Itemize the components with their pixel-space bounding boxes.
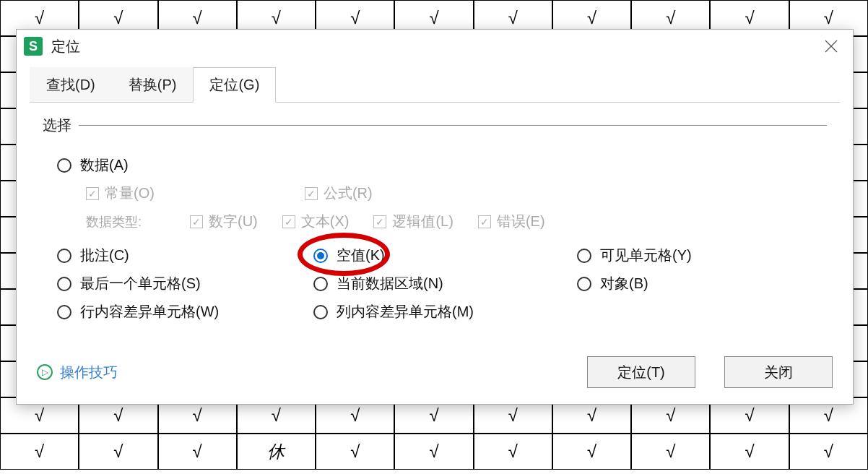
radio-curregion[interactable]: 当前数据区域(N) <box>313 274 577 293</box>
radio-blanks[interactable]: 空值(K) <box>313 246 577 265</box>
check-label: 数字(U) <box>209 212 258 231</box>
radio-lastcell[interactable]: 最后一个单元格(S) <box>57 274 313 293</box>
footer-buttons: 定位(T) 关闭 <box>587 356 833 388</box>
tips-label: 操作技巧 <box>60 363 118 382</box>
close-button[interactable] <box>817 35 846 57</box>
option-row-4: 行内容差异单元格(W) 列内容差异单元格(M) <box>43 298 827 326</box>
option-row-3: 最后一个单元格(S) 当前数据区域(N) 对象(B) <box>43 270 827 298</box>
radio-icon <box>57 277 71 291</box>
radio-icon <box>577 277 591 291</box>
grid-cell[interactable]: √ <box>0 434 79 470</box>
section-header: 选择 <box>43 116 827 135</box>
app-icon: S <box>24 37 43 56</box>
grid-cell[interactable]: √ <box>158 434 237 470</box>
check-label: 常量(O) <box>105 184 155 203</box>
check-text: ✓ 文本(X) <box>282 212 350 231</box>
radio-visible[interactable]: 可见单元格(Y) <box>577 246 820 265</box>
close-icon <box>823 38 839 54</box>
radio-label: 空值(K) <box>337 246 385 265</box>
tab-find[interactable]: 查找(D) <box>30 67 112 103</box>
check-label: 逻辑值(L) <box>392 212 453 231</box>
grid-cell[interactable]: √ <box>710 434 789 470</box>
option-row-2: 批注(C) 空值(K) 可见单元格(Y) <box>43 241 827 270</box>
dialog-title: 定位 <box>51 37 80 56</box>
radio-icon <box>57 305 71 319</box>
radio-label: 对象(B) <box>600 274 648 293</box>
dialog-footer: ▷ 操作技巧 定位(T) 关闭 <box>17 343 853 404</box>
check-constants: ✓ 常量(O) <box>86 184 155 203</box>
tab-goto[interactable]: 定位(G) <box>193 67 276 103</box>
grid-cell[interactable]: 休 <box>237 434 316 470</box>
grid-cell[interactable]: √ <box>474 434 552 470</box>
radio-icon <box>57 158 71 173</box>
radio-icon <box>57 249 71 263</box>
close-dialog-button[interactable]: 关闭 <box>724 356 833 388</box>
radio-objects[interactable]: 对象(B) <box>577 274 820 293</box>
grid-cell[interactable]: √ <box>394 434 473 470</box>
checkbox-icon: ✓ <box>478 215 491 228</box>
check-errors: ✓ 错误(E) <box>478 212 545 231</box>
radio-data[interactable]: 数据(A) <box>57 155 129 175</box>
radio-comments[interactable]: 批注(C) <box>57 246 313 265</box>
play-icon: ▷ <box>37 364 53 380</box>
radio-rowdiff[interactable]: 行内容差异单元格(W) <box>57 302 313 322</box>
dialog-titlebar: S 定位 <box>17 30 853 61</box>
section-label: 选择 <box>43 116 71 135</box>
datatype-label: 数据类型: <box>86 213 165 230</box>
radio-icon <box>313 305 328 319</box>
grid-cell[interactable]: √ <box>79 434 157 470</box>
radio-coldiff[interactable]: 列内容差异单元格(M) <box>313 302 577 322</box>
grid-cell[interactable]: √ <box>552 434 631 470</box>
checkbox-icon: ✓ <box>190 215 203 228</box>
option-row-data: 数据(A) <box>43 151 827 179</box>
checkbox-icon: ✓ <box>86 187 99 200</box>
radio-label: 批注(C) <box>80 246 129 265</box>
tabs: 查找(D) 替换(P) 定位(G) <box>17 61 853 103</box>
grid-cell[interactable]: √ <box>789 434 868 470</box>
radio-label: 数据(A) <box>80 155 129 175</box>
dialog-content: 选择 数据(A) ✓ 常量(O) ✓ 公式(R) <box>30 102 840 343</box>
check-label: 错误(E) <box>497 212 545 231</box>
data-sub-options: ✓ 常量(O) ✓ 公式(R) 数据类型: ✓ 数字(U) ✓ 文本(X) <box>43 179 827 236</box>
check-label: 文本(X) <box>301 212 350 231</box>
grid-cell[interactable]: √ <box>316 434 394 470</box>
radio-label: 列内容差异单元格(M) <box>337 302 474 322</box>
check-logical: ✓ 逻辑值(L) <box>373 212 453 231</box>
radio-icon <box>313 277 328 291</box>
check-formulas: ✓ 公式(R) <box>305 184 373 203</box>
radio-label: 当前数据区域(N) <box>337 274 443 293</box>
goto-button[interactable]: 定位(T) <box>587 356 695 388</box>
divider <box>79 125 827 126</box>
tips-link[interactable]: ▷ 操作技巧 <box>37 363 118 382</box>
tab-replace[interactable]: 替换(P) <box>112 67 194 103</box>
radio-label: 行内容差异单元格(W) <box>80 302 219 322</box>
radio-label: 可见单元格(Y) <box>600 246 692 265</box>
goto-dialog: S 定位 查找(D) 替换(P) 定位(G) 选择 数据(A) ✓ 常量 <box>16 29 854 405</box>
checkbox-icon: ✓ <box>373 215 386 228</box>
check-label: 公式(R) <box>324 184 373 203</box>
grid-cell[interactable]: √ <box>631 434 710 470</box>
checkbox-icon: ✓ <box>305 187 318 200</box>
checkbox-icon: ✓ <box>282 215 295 228</box>
radio-label: 最后一个单元格(S) <box>80 274 201 293</box>
radio-icon-selected <box>313 249 328 263</box>
radio-icon <box>577 249 591 263</box>
check-numbers: ✓ 数字(U) <box>190 212 258 231</box>
